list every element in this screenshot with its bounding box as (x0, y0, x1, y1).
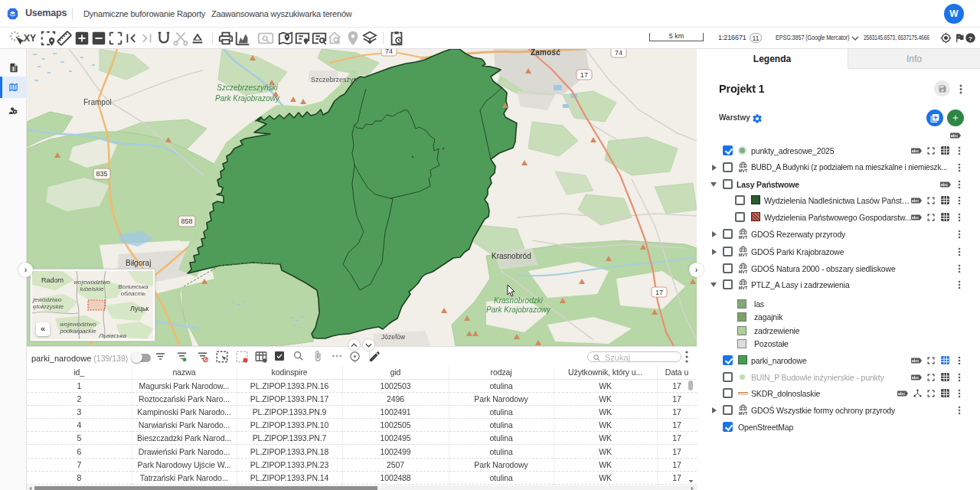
svg-text:województwo: województwo (74, 279, 110, 286)
svg-text:Park Krajobrazowy: Park Krajobrazowy (215, 94, 280, 103)
svg-text:ętokrzyskie: ętokrzyskie (33, 303, 64, 310)
svg-text:abc: abc (912, 375, 919, 380)
svg-text:Zamość: Zamość (531, 49, 560, 57)
svg-text:abc: abc (912, 358, 919, 363)
svg-text:MVT: MVT (739, 286, 748, 290)
svg-text:lubelskie: lubelskie (80, 286, 104, 292)
svg-text:74: 74 (385, 49, 393, 55)
svg-text:Szczebrzeszyński: Szczebrzeszyński (217, 83, 278, 92)
svg-text:abc: abc (898, 391, 905, 396)
svg-text:Szczebrzeszyn: Szczebrzeszyn (311, 76, 358, 83)
svg-text:Biłgoraj: Biłgoraj (126, 259, 151, 267)
svg-text:Львівська: Львівська (98, 332, 127, 339)
svg-text:województwo: województwo (60, 321, 96, 328)
svg-text:835: 835 (96, 170, 107, 178)
svg-text:область: область (121, 290, 146, 297)
svg-text:abc: abc (912, 215, 919, 220)
svg-text:?: ? (969, 35, 972, 42)
svg-text:MVT: MVT (739, 252, 748, 256)
svg-text:17: 17 (580, 71, 588, 79)
svg-text:Józefów: Józefów (381, 333, 406, 341)
svg-text:74: 74 (615, 49, 622, 57)
svg-text:MVT: MVT (739, 270, 748, 274)
svg-text:Krasnobrodzki: Krasnobrodzki (494, 296, 544, 305)
svg-text:MVT: MVT (739, 168, 748, 172)
svg-text:Krasnobród: Krasnobród (492, 252, 531, 260)
svg-text:Radom: Radom (41, 276, 64, 284)
svg-text:MVT: MVT (739, 411, 748, 416)
svg-text:Frampol: Frampol (83, 98, 112, 106)
svg-text:abc: abc (912, 149, 919, 153)
svg-text:Волинська: Волинська (118, 283, 149, 290)
svg-text:17: 17 (655, 289, 663, 296)
svg-text:abc: abc (912, 198, 919, 203)
svg-text:jewództwo: jewództwo (32, 296, 62, 303)
svg-text:Луцьк: Луцьк (130, 305, 149, 312)
svg-text:Park Krajobrazowy: Park Krajobrazowy (486, 305, 551, 314)
svg-text:858: 858 (181, 217, 192, 225)
svg-text:abc: abc (941, 182, 948, 187)
svg-text:MVT: MVT (739, 235, 748, 240)
svg-text:podkarpackie: podkarpackie (59, 328, 96, 335)
svg-text:abc: abc (951, 133, 958, 138)
